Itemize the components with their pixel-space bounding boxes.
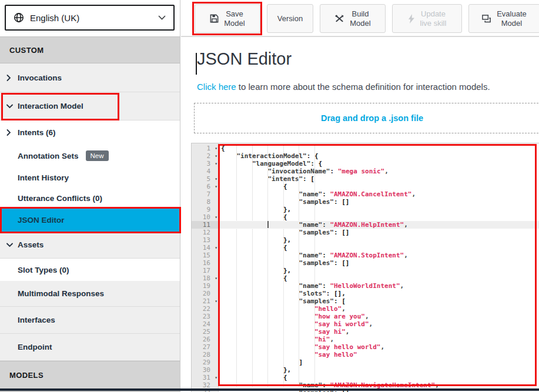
- build-icon: [334, 14, 344, 23]
- code-line[interactable]: "samples": []: [219, 198, 539, 206]
- code-line[interactable]: "say hi world",: [219, 320, 539, 328]
- code-line[interactable]: "samples": []: [219, 229, 539, 236]
- sidebar-item-invocations[interactable]: Invocations: [0, 63, 180, 92]
- fold-arrow-icon[interactable]: ▾: [215, 183, 217, 190]
- json-dropzone[interactable]: Drag and drop a .json file: [194, 103, 539, 133]
- code-line[interactable]: {: [219, 244, 539, 252]
- line-number: 9: [192, 206, 218, 213]
- code-token: ,: [404, 252, 408, 259]
- fold-arrow-icon[interactable]: ▾: [215, 374, 217, 381]
- evaluate-model-button[interactable]: EvaluateModel: [468, 4, 539, 33]
- page-title: JSON Editor: [197, 49, 292, 69]
- language-selector[interactable]: English (UK): [5, 5, 175, 31]
- fold-arrow-icon[interactable]: ▾: [215, 297, 217, 305]
- code-line[interactable]: "say hi",: [219, 328, 539, 336]
- fold-arrow-icon[interactable]: ▾: [215, 175, 217, 183]
- line-number: 1▾: [192, 145, 218, 152]
- sidebar-item-label: Annotation Sets: [18, 152, 79, 160]
- code-token: ,: [342, 305, 346, 313]
- code-line[interactable]: "say hello": [219, 351, 539, 359]
- line-number: 13: [192, 236, 218, 244]
- code-line[interactable]: {: [219, 374, 539, 381]
- code-token: },: [283, 366, 291, 374]
- code-line[interactable]: "interactionModel": {: [219, 152, 539, 160]
- fold-arrow-icon[interactable]: ▾: [215, 213, 217, 221]
- code-token: {: [283, 183, 287, 190]
- new-badge: New: [86, 150, 109, 161]
- code-line[interactable]: "name": "AMAZON.HelpIntent",: [219, 221, 539, 229]
- code-line[interactable]: "how are you",: [219, 313, 539, 320]
- code-token: "languageModel":: [252, 160, 319, 167]
- sidebar-item-utterance-conflicts[interactable]: Utterance Conflicts (0): [0, 188, 180, 209]
- code-token: "AMAZON.HelpIntent": [330, 221, 404, 229]
- sidebar-item-annotation-sets[interactable]: Annotation SetsNew: [0, 145, 180, 167]
- line-number: 11: [192, 221, 218, 229]
- code-line[interactable]: "name": "HelloWorldIntent",: [219, 282, 539, 290]
- code-line[interactable]: "languageModel": {: [219, 160, 539, 167]
- sidebar-item-label: Intents (6): [18, 128, 56, 137]
- line-number: 21▾: [192, 297, 218, 305]
- code-line[interactable]: "name": "AMAZON.StopIntent",: [219, 252, 539, 259]
- sidebar-item-slot-types[interactable]: Slot Types (0): [0, 259, 180, 281]
- version-button[interactable]: Version: [267, 4, 313, 33]
- code-token: []: [342, 229, 349, 236]
- code-line[interactable]: "intents": [: [219, 175, 539, 183]
- fold-arrow-icon[interactable]: ▾: [215, 152, 217, 160]
- line-number: 19: [192, 282, 218, 290]
- globe-icon: [14, 12, 24, 23]
- fold-arrow-icon[interactable]: ▾: [215, 244, 217, 252]
- code-line[interactable]: "samples": []: [219, 259, 539, 267]
- sidebar-item-json-editor[interactable]: JSON Editor: [0, 209, 180, 232]
- code-line[interactable]: },: [219, 366, 539, 374]
- editor-gutter: 1▾2▾3▾45▾6▾78910▾11121314▾15161718▾19202…: [192, 143, 219, 392]
- sidebar-nav: CUSTOMInvocationsInteraction ModelIntent…: [0, 36, 180, 392]
- code-line[interactable]: "slots": [],: [219, 290, 539, 297]
- sidebar-item-interfaces[interactable]: Interfaces: [0, 307, 180, 334]
- code-line[interactable]: },: [219, 267, 539, 274]
- click-here-link[interactable]: Click here: [197, 82, 236, 92]
- sidebar-item-intent-history[interactable]: Intent History: [0, 167, 180, 188]
- code-line[interactable]: "hello",: [219, 305, 539, 313]
- sidebar-item-label: Slot Types (0): [18, 266, 69, 274]
- code-line[interactable]: "samples": [: [219, 297, 539, 305]
- line-number: 26: [192, 336, 218, 343]
- code-token: "hi": [314, 336, 330, 343]
- line-number: 28: [192, 351, 218, 359]
- code-token: "say hi": [314, 328, 346, 336]
- code-line[interactable]: },: [219, 206, 539, 213]
- code-token: {: [314, 152, 319, 160]
- code-line[interactable]: {: [219, 274, 539, 282]
- code-token: ,: [400, 282, 404, 290]
- build-model-button[interactable]: BuildModel: [320, 4, 386, 33]
- sidebar-item-label: Multimodal Responses: [18, 289, 104, 298]
- code-line[interactable]: "hi",: [219, 336, 539, 343]
- save-model-button[interactable]: SaveModel: [195, 4, 260, 33]
- code-token: []: [342, 198, 349, 206]
- editor-code[interactable]: {"interactionModel": {"languageModel": {…: [219, 143, 539, 392]
- code-line[interactable]: "say hello world",: [219, 343, 539, 351]
- code-token: {: [283, 244, 287, 252]
- json-code-editor[interactable]: 1▾2▾3▾45▾6▾78910▾11121314▾15161718▾19202…: [191, 143, 539, 392]
- code-line[interactable]: "name": "AMAZON.CancelIntent",: [219, 190, 539, 198]
- fold-arrow-icon[interactable]: ▾: [215, 145, 217, 152]
- line-number: 17: [192, 267, 218, 274]
- dropzone-label: Drag and drop a .json file: [321, 113, 423, 123]
- fold-arrow-icon[interactable]: ▾: [215, 274, 217, 282]
- code-line[interactable]: ]: [219, 359, 539, 366]
- code-line[interactable]: {: [219, 183, 539, 190]
- code-token: "invocationName":: [267, 167, 337, 175]
- sidebar-item-assets[interactable]: Assets: [0, 232, 180, 259]
- code-token: "say hello": [314, 351, 357, 359]
- code-line[interactable]: {: [219, 145, 539, 152]
- sidebar-item-intents[interactable]: Intents (6): [0, 120, 180, 145]
- line-number: 3▾: [192, 160, 218, 167]
- sidebar-item-interaction-model[interactable]: Interaction Model: [0, 92, 180, 120]
- sidebar-item-endpoint[interactable]: Endpoint: [0, 334, 180, 361]
- code-line[interactable]: },: [219, 236, 539, 244]
- sidebar-item-label: Utterance Conflicts (0): [18, 194, 102, 203]
- sidebar-item-multimodal-responses[interactable]: Multimodal Responses: [0, 281, 180, 307]
- code-line[interactable]: {: [219, 213, 539, 221]
- code-line[interactable]: "invocationName": "mega sonic",: [219, 167, 539, 175]
- fold-arrow-icon[interactable]: ▾: [215, 160, 217, 167]
- code-token: "samples":: [299, 259, 342, 267]
